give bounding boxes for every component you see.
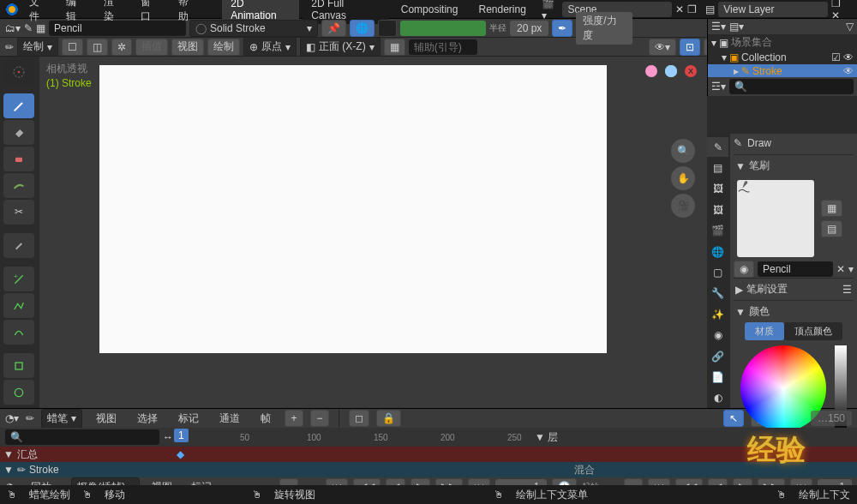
box-select-icon[interactable]: ◻	[349, 410, 369, 427]
viewlayer-tab-icon[interactable]: 🖼	[707, 200, 728, 219]
gpencil-dropdown[interactable]: 蜡笔▾	[41, 409, 82, 429]
summary-track[interactable]: ▼汇总◆	[0, 447, 857, 462]
fx-tab-icon[interactable]: ✨	[707, 304, 728, 324]
workspace-tab-compositing[interactable]: Compositing	[393, 1, 467, 18]
brush-name-prop[interactable]: Pencil	[758, 261, 833, 277]
layers-dropdown-icon[interactable]: 🗂▾	[5, 22, 21, 34]
scene-tab-icon[interactable]: 🎬	[707, 221, 728, 241]
current-frame-marker[interactable]: 1	[174, 429, 189, 442]
timeline-type-icon[interactable]: ◔▾	[5, 412, 19, 424]
close-icon[interactable]: ✕	[675, 3, 684, 15]
brush-panel-header[interactable]: ▼笔刷	[734, 154, 854, 177]
remove-key-icon[interactable]: −	[310, 410, 329, 427]
strength-bar[interactable]	[400, 21, 486, 36]
tint-tool[interactable]	[3, 173, 34, 198]
new-icon[interactable]: ❐	[687, 3, 697, 15]
pressure-radius-icon[interactable]: ✒	[552, 20, 572, 37]
gpencil-icon[interactable]: ✏	[26, 412, 34, 424]
brush-add-icon[interactable]: ▦	[821, 200, 842, 217]
brush-thumb-icon[interactable]: ▤	[821, 220, 842, 237]
grid-icon[interactable]: ▦	[384, 39, 405, 56]
erase-tool[interactable]	[3, 147, 34, 171]
draw-button[interactable]: 绘制	[207, 39, 240, 56]
view-button[interactable]: 视图	[171, 39, 204, 56]
interp-button[interactable]: 插值	[135, 39, 168, 56]
color-swatch[interactable]	[378, 20, 397, 37]
cutter-tool[interactable]: ✂	[3, 200, 34, 225]
orientation-dropdown[interactable]: ◧正面 (X-Z)▾	[300, 37, 381, 57]
tl-channel[interactable]: 通道	[213, 409, 247, 429]
zoom-icon[interactable]: 🔍	[671, 139, 695, 163]
tl-frame[interactable]: 帧	[254, 409, 278, 429]
camera-view-icon[interactable]: 🎥	[671, 194, 695, 218]
end-frame-field[interactable]: …150	[811, 411, 852, 426]
mode-dropdown[interactable]: 绘制▾	[17, 37, 58, 57]
new-layer-icon[interactable]: ❐ ✕	[831, 0, 852, 21]
tl-marker[interactable]: 标记	[171, 409, 206, 429]
box-tool[interactable]	[3, 353, 34, 378]
tl-view[interactable]: 视图	[89, 409, 123, 429]
brush-name-field[interactable]: Pencil	[49, 21, 186, 36]
polyline-tool[interactable]	[3, 293, 34, 318]
pencil-mode-icon[interactable]: ✏	[5, 41, 14, 53]
vertex-subtab[interactable]: 顶点颜色	[784, 322, 842, 340]
brush-preview[interactable]	[737, 180, 814, 257]
pan-icon[interactable]: ✋	[671, 166, 695, 190]
material-icon[interactable]: ▦	[36, 22, 45, 34]
stroke-row[interactable]: ▸✎Stroke👁	[708, 64, 857, 78]
visibility-icon[interactable]: 👁▾	[649, 39, 676, 56]
collection-row[interactable]: ▾▣Collection☑ 👁	[708, 51, 857, 64]
guide-input[interactable]	[409, 39, 477, 55]
filter-icon[interactable]: ▽	[846, 21, 854, 33]
physics-tab-icon[interactable]: ◉	[707, 326, 728, 345]
neg-z-axis-icon[interactable]	[665, 65, 677, 77]
brush-settings-header[interactable]: ▶笔刷设置☰	[734, 278, 854, 300]
brush-close-icon[interactable]: ✕	[836, 263, 845, 275]
drawing-canvas[interactable]	[99, 65, 607, 353]
overlay-icon[interactable]: ⊡	[680, 39, 700, 56]
constraints-tab-icon[interactable]: 🔗	[707, 346, 728, 366]
expand-icon[interactable]: ↔	[163, 431, 173, 443]
object-tab-icon[interactable]: ▢	[707, 262, 728, 282]
stroke-track[interactable]: ▼✏Stroke混合	[0, 462, 857, 477]
timeline-ruler[interactable]: 🔍 ↔ 1 50 100 150 200 250 ▼ 层	[0, 428, 857, 447]
axis-gizmo[interactable]: Z Y X	[645, 65, 697, 117]
arc-tool[interactable]	[3, 320, 34, 345]
radius-field[interactable]: 20 px	[510, 21, 548, 36]
world-color-icon[interactable]: 🌐	[350, 20, 375, 37]
origin-dropdown[interactable]: ⊕原点▾	[243, 37, 297, 57]
scene-collection-row[interactable]: ▾▣场景集合	[708, 34, 857, 51]
color-panel-header[interactable]: ▼颜色	[734, 300, 854, 322]
tool-tab-icon[interactable]: ✎	[707, 137, 728, 157]
line-tool[interactable]: +	[3, 267, 34, 291]
outliner-mode-icon[interactable]: ☰▾	[711, 21, 726, 33]
draw-tool[interactable]	[3, 93, 34, 118]
tl-select[interactable]: 选择	[130, 409, 165, 429]
material-tab-icon[interactable]: ◐	[707, 388, 728, 408]
neg-x-axis-icon[interactable]	[645, 65, 657, 77]
circle-tool[interactable]	[3, 380, 34, 405]
snap-icon[interactable]: ✲	[111, 39, 132, 56]
viewlayer-field[interactable]: View Layer	[718, 2, 828, 17]
material-subtab[interactable]: 材质	[745, 322, 784, 340]
eyedropper-tool[interactable]	[3, 233, 34, 258]
draw-icon[interactable]: ✎	[24, 22, 33, 34]
pin-icon[interactable]: 📌	[321, 20, 346, 37]
viewport[interactable]: 相机透视 (1) Stroke Z Y X 🔍 ✋ 🎥	[39, 57, 707, 408]
outliner-type-icon[interactable]: ☲▾	[711, 81, 726, 93]
brush-dd-icon[interactable]: ▾	[848, 263, 854, 275]
brush-link-icon[interactable]: ◉	[734, 261, 754, 278]
x-axis-icon[interactable]: X	[685, 65, 697, 77]
add-key-icon[interactable]: +	[285, 410, 303, 427]
output-tab-icon[interactable]: 🖼	[707, 179, 728, 199]
data-tab-icon[interactable]: 📄	[707, 367, 728, 387]
stroke-type-dropdown[interactable]: ◯Solid Stroke▾	[189, 20, 318, 37]
cursor-tool[interactable]	[3, 60, 34, 85]
snap-tl-icon[interactable]: 🔒	[376, 410, 401, 427]
outliner-display-icon[interactable]: ▤▾	[729, 21, 744, 33]
world-tab-icon[interactable]: 🌐	[707, 242, 728, 261]
render-tab-icon[interactable]: ▤	[707, 158, 728, 177]
lasso-icon[interactable]: ◫	[87, 39, 108, 56]
workspace-tab-rendering[interactable]: Rendering	[470, 1, 534, 18]
modifier-tab-icon[interactable]: 🔧	[707, 284, 728, 303]
